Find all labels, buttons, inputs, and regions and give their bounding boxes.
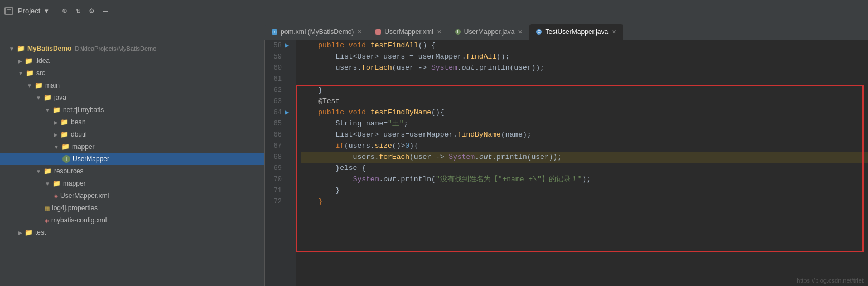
- code-64-5: (){: [431, 107, 444, 118]
- ln-59: 59: [265, 51, 282, 62]
- sidebar-root[interactable]: ▼ 📁 MyBatisDemo D:\ideaProjects\MyBatisD…: [0, 42, 264, 55]
- ln-61: 61: [265, 74, 282, 85]
- code-60-3: (user ->: [392, 62, 431, 74]
- mapper-label: mapper: [72, 143, 95, 151]
- main-folder-icon: 📁: [35, 81, 43, 89]
- usermapper-label: UserMapper: [73, 155, 109, 163]
- sidebar-item-mybatis-config[interactable]: ◈ mybatis-config.xml: [0, 214, 264, 226]
- code-68-6: .println(user));: [492, 152, 562, 163]
- line-numbers: 58 59 60 61 62 63 64 65 66 67 68 69 70 7…: [265, 40, 285, 286]
- settings-icon[interactable]: ⚙: [89, 6, 94, 16]
- ln-64: 64: [265, 107, 282, 118]
- tab-close-usermapper-java[interactable]: ✕: [518, 28, 523, 36]
- code-65-3: ;: [404, 118, 408, 129]
- tab-close-usermapper-xml[interactable]: ✕: [437, 28, 442, 36]
- sidebar-item-java[interactable]: ▼ 📁 java: [0, 91, 264, 104]
- dbutil-folder-icon: 📁: [60, 130, 69, 138]
- code-58-s2: [366, 40, 370, 51]
- sidebar-item-bean[interactable]: ▶ 📁 bean: [0, 116, 264, 128]
- main-label: main: [45, 81, 60, 89]
- project-title[interactable]: Project: [18, 7, 40, 15]
- earth-icon[interactable]: ⊕: [62, 6, 66, 16]
- project-dropdown[interactable]: ▾: [45, 7, 49, 15]
- sidebar-item-idea[interactable]: ▶ 📁 .idea: [0, 55, 264, 67]
- tab-icon-usermapper-xml: [375, 29, 381, 35]
- code-70-4: .println(: [397, 174, 436, 185]
- tab-pom-xml[interactable]: m pom.xml (MyBatisDemo) ✕: [265, 24, 369, 40]
- sidebar-item-main[interactable]: ▼ 📁 main: [0, 79, 264, 91]
- code-line-72: }: [301, 196, 868, 207]
- code-62-1: }: [301, 85, 322, 96]
- sidebar-item-src[interactable]: ▼ 📁 src: [0, 67, 264, 79]
- code-line-61: [301, 74, 868, 85]
- window-icon: [4, 7, 13, 15]
- mapper-folder-icon: 📁: [61, 143, 70, 151]
- code-72-1: }: [301, 196, 322, 207]
- ln-60: 60: [265, 62, 282, 74]
- bean-arrow: ▶: [54, 119, 58, 125]
- title-bar-left: Project ▾ ⊕ ⇅ ⚙ —: [4, 6, 127, 16]
- sidebar-item-resources-mapper[interactable]: ▼ 📁 mapper: [0, 177, 264, 190]
- tab-label-pom: pom.xml (MyBatisDemo): [281, 28, 354, 36]
- code-line-64: public void testFindByName(){: [301, 107, 868, 118]
- code-line-71: }: [301, 185, 868, 196]
- sidebar-item-mapper[interactable]: ▼ 📁 mapper: [0, 140, 264, 153]
- code-area[interactable]: public void testFindAll() { List<User> u…: [296, 40, 868, 286]
- usermapper-xml-label: UserMapper.xml: [60, 192, 109, 200]
- sidebar-item-usermapper-xml[interactable]: ◈ UserMapper.xml: [0, 190, 264, 202]
- code-70-1: [301, 174, 353, 185]
- code-60-6: .println(user));: [475, 62, 544, 74]
- resources-mapper-folder-icon: 📁: [52, 180, 61, 187]
- code-59-2: findAll: [466, 51, 496, 62]
- sidebar-item-usermapper[interactable]: I UserMapper: [0, 153, 264, 165]
- resources-mapper-arrow: ▼: [45, 181, 50, 187]
- package-arrow: ▼: [45, 107, 50, 113]
- code-67-7: ){: [409, 140, 418, 152]
- code-line-65: String name="王";: [301, 118, 868, 129]
- code-70-2: System: [353, 174, 379, 185]
- tab-testusermapper-java[interactable]: C TestUserMapper.java ✕: [529, 24, 623, 40]
- sidebar-item-test[interactable]: ▶ 📁 test: [0, 226, 264, 239]
- code-65-2: "王": [388, 118, 404, 129]
- test-label: test: [35, 229, 46, 236]
- sort-icon[interactable]: ⇅: [76, 6, 80, 16]
- tab-usermapper-xml[interactable]: UserMapper.xml ✕: [369, 24, 448, 40]
- code-68-1: users.: [301, 152, 379, 163]
- tab-close-testusermapper-java[interactable]: ✕: [611, 28, 616, 36]
- ln-63: 63: [265, 96, 282, 107]
- ln-58: 58: [265, 40, 282, 51]
- tab-usermapper-java[interactable]: I UserMapper.java ✕: [449, 24, 530, 40]
- sidebar-item-resources[interactable]: ▼ 📁 resources: [0, 165, 264, 177]
- java-arrow: ▼: [36, 95, 41, 101]
- mapper-arrow: ▼: [54, 144, 59, 150]
- gutter-run-58[interactable]: ▶: [285, 41, 289, 50]
- src-arrow: ▼: [18, 70, 23, 76]
- code-66-1: List<User> users=userMapper.: [301, 129, 457, 140]
- code-67-1: [301, 140, 335, 152]
- gutter-run-64[interactable]: ▶: [285, 108, 289, 117]
- code-67-4: size: [375, 140, 392, 152]
- code-58-2: public: [318, 40, 344, 51]
- code-58-5: () {: [418, 40, 436, 51]
- code-line-67: if(users.size()>0){: [301, 140, 868, 152]
- sidebar-item-log4j[interactable]: ▦ log4j.properties: [0, 202, 264, 214]
- code-line-58: public void testFindAll() {: [301, 40, 868, 51]
- code-64-s1: [344, 107, 349, 118]
- resources-mapper-label: mapper: [63, 180, 86, 187]
- idea-arrow: ▶: [18, 58, 22, 64]
- dbutil-label: dbutil: [71, 130, 87, 138]
- sidebar-item-dbutil[interactable]: ▶ 📁 dbutil: [0, 128, 264, 140]
- main-content: ▼ 📁 MyBatisDemo D:\ideaProjects\MyBatisD…: [0, 40, 868, 286]
- mybatis-config-icon: ◈: [45, 217, 49, 224]
- code-60-dot1: .: [457, 62, 462, 74]
- code-60-1: users.: [301, 62, 361, 74]
- tab-bar: m pom.xml (MyBatisDemo) ✕ UserMapper.xml…: [0, 22, 868, 40]
- minimize-icon[interactable]: —: [103, 7, 108, 16]
- code-70-dot: .: [379, 174, 383, 185]
- title-bar: Project ▾ ⊕ ⇅ ⚙ —: [0, 0, 868, 22]
- tab-close-pom[interactable]: ✕: [357, 28, 362, 36]
- sidebar-item-package[interactable]: ▼ 📁 net.tjl.mybatis: [0, 104, 264, 116]
- root-path: D:\ideaProjects\MyBatisDemo: [75, 45, 156, 52]
- code-59-3: ();: [496, 51, 509, 62]
- code-68-5: out: [479, 152, 492, 163]
